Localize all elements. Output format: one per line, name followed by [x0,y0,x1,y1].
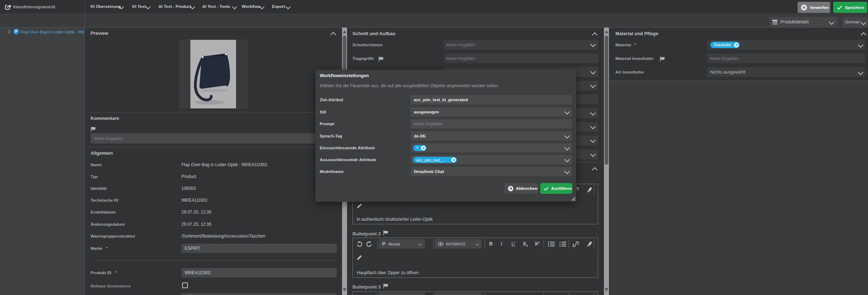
svg-text:3: 3 [559,245,561,247]
